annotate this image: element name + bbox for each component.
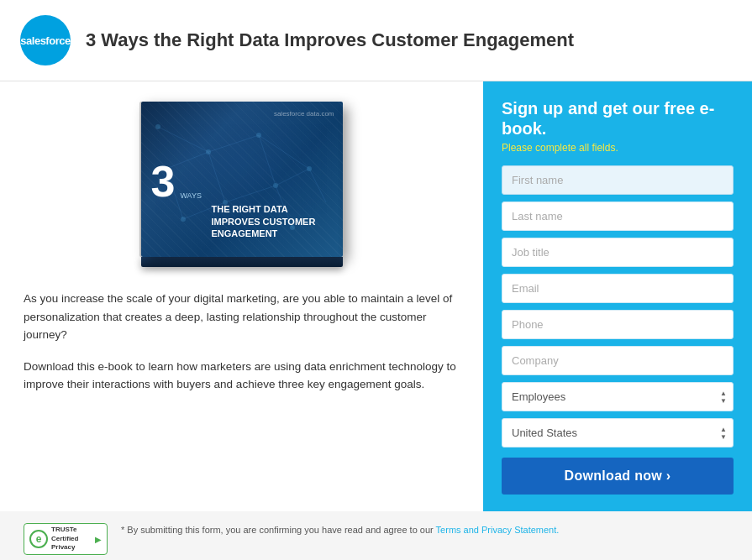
form-subline: Please complete all fields. xyxy=(502,142,734,154)
svg-point-12 xyxy=(155,124,160,129)
svg-line-1 xyxy=(208,135,259,152)
country-select[interactable]: United States Canada United Kingdom Aust… xyxy=(502,418,734,447)
first-name-input[interactable] xyxy=(502,165,734,195)
book-image-container: salesforce data.com 3 WAYS THE RIGHT DAT… xyxy=(124,102,360,270)
truste-badge: e TRUSTe Certified Privacy ▶ xyxy=(24,523,108,555)
salesforce-logo-text: salesforce xyxy=(20,34,70,47)
left-panel: salesforce data.com 3 WAYS THE RIGHT DAT… xyxy=(0,81,483,511)
truste-e-icon: e xyxy=(29,530,48,548)
email-input[interactable] xyxy=(502,274,734,303)
terms-privacy-link[interactable]: Terms and Privacy Statement. xyxy=(436,525,560,535)
trust-disclaimer: * By submitting this form, you are confi… xyxy=(121,523,559,537)
salesforce-logo: salesforce xyxy=(20,15,71,65)
book-text: 3 WAYS THE RIGHT DATA IMPROVES CUSTOMER … xyxy=(151,160,333,240)
svg-point-13 xyxy=(206,149,211,154)
employees-select-wrapper: Employees 1-50 51-200 201-1000 1001-5000… xyxy=(502,382,734,411)
book-ways-label: WAYS xyxy=(180,160,202,200)
book-subtitle: THE RIGHT DATA IMPROVES CUSTOMER ENGAGEM… xyxy=(212,203,316,239)
employees-select[interactable]: Employees 1-50 51-200 201-1000 1001-5000… xyxy=(502,382,734,411)
description-paragraph-2: Download this e-book to learn how market… xyxy=(24,358,460,394)
truste-arrow-icon: ▶ xyxy=(95,535,102,544)
truste-text: TRUSTe Certified Privacy xyxy=(51,526,92,552)
page-header: salesforce 3 Ways the Right Data Improve… xyxy=(0,0,752,81)
last-name-input[interactable] xyxy=(502,201,734,231)
signup-form-panel: Sign up and get our free e-book. Please … xyxy=(483,81,752,511)
job-title-input[interactable] xyxy=(502,238,734,267)
company-input[interactable] xyxy=(502,346,734,375)
svg-line-0 xyxy=(158,127,208,152)
phone-input[interactable] xyxy=(502,310,734,339)
description-paragraph-1: As you increase the scale of your digita… xyxy=(24,290,460,344)
trust-section: e TRUSTe Certified Privacy ▶ ✓ NORTON SE… xyxy=(0,511,752,560)
main-content: salesforce data.com 3 WAYS THE RIGHT DAT… xyxy=(0,81,752,511)
form-headline: Sign up and get our free e-book. xyxy=(502,98,734,139)
book-bottom xyxy=(141,257,343,267)
country-select-wrapper: United States Canada United Kingdom Aust… xyxy=(502,418,734,447)
book-brand-label: salesforce data.com xyxy=(274,110,334,118)
book-cover: salesforce data.com 3 WAYS THE RIGHT DAT… xyxy=(141,102,343,257)
download-button[interactable]: Download now › xyxy=(502,458,734,495)
svg-point-14 xyxy=(256,133,261,138)
book-number: 3 xyxy=(151,160,176,203)
trust-badges: e TRUSTe Certified Privacy ▶ ✓ NORTON SE… xyxy=(24,523,108,560)
page-title: 3 Ways the Right Data Improves Customer … xyxy=(86,29,574,53)
